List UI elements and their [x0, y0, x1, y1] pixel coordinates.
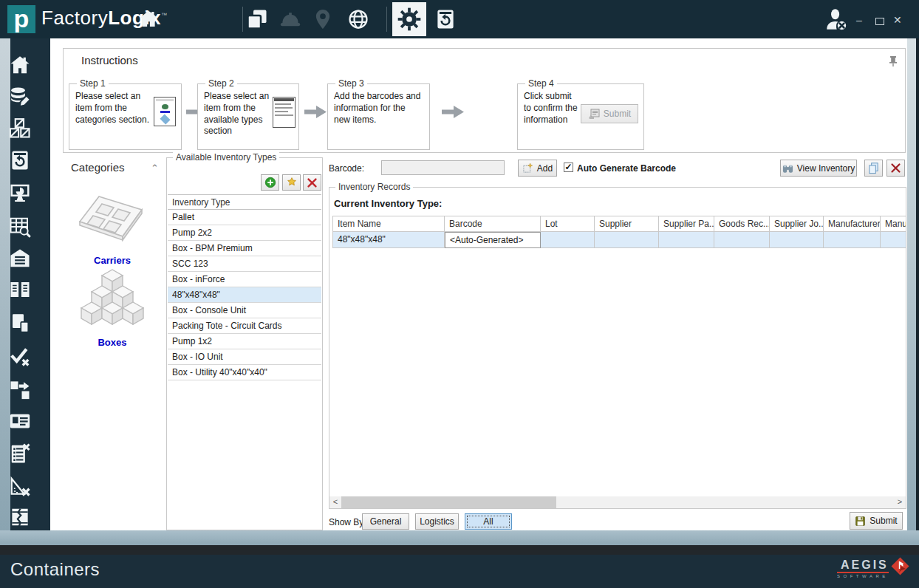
- inventory-records-table: Item Name Barcode Lot Supplier Supplier …: [332, 216, 906, 248]
- sidebar-damaged-box-icon[interactable]: [9, 506, 31, 528]
- available-types-groupbox: Available Inventory Types Inventory Type…: [166, 157, 323, 530]
- delete-type-button[interactable]: [303, 174, 321, 191]
- red-x-icon: [306, 177, 318, 189]
- sidebar-measure-remove-icon[interactable]: [9, 475, 31, 497]
- column-header[interactable]: Manufac: [881, 216, 906, 232]
- column-header[interactable]: Goods Rec...: [714, 216, 770, 232]
- step3-label: Step 3: [335, 78, 367, 89]
- auto-generate-checkbox[interactable]: ✓: [564, 163, 573, 172]
- current-inventory-type-label: Current Inventory Type:: [334, 198, 442, 209]
- sidebar-table-search-icon[interactable]: [9, 216, 31, 238]
- cell-goods-received[interactable]: [714, 232, 770, 248]
- add-type-button[interactable]: [261, 174, 279, 191]
- sidebar-id-card-icon[interactable]: [9, 410, 31, 432]
- submit-button[interactable]: Submit: [850, 512, 903, 530]
- inventory-type-row[interactable]: Box - inForce: [168, 272, 321, 287]
- column-header[interactable]: Lot: [541, 216, 595, 232]
- cell-item-name[interactable]: 48"x48"x48": [332, 232, 445, 248]
- app-logo: p: [7, 5, 35, 33]
- footer-bar: [0, 555, 919, 588]
- hard-hat-icon[interactable]: [279, 8, 301, 30]
- instructions-title: Instructions: [81, 54, 138, 66]
- minimize-button[interactable]: –: [856, 15, 862, 25]
- cell-manufacturer-part[interactable]: [881, 232, 906, 248]
- cell-supplier-job[interactable]: [770, 232, 824, 248]
- sidebar-database-edit-icon[interactable]: [9, 86, 31, 108]
- show-by-logistics-button[interactable]: Logistics: [415, 513, 459, 530]
- new-item-sparkle-icon: [522, 163, 533, 174]
- category-carriers[interactable]: Carriers: [61, 255, 164, 266]
- sidebar-checklist-remove-icon[interactable]: [9, 442, 31, 465]
- show-by-all-button[interactable]: All: [465, 513, 512, 530]
- inventory-type-row[interactable]: Pallet: [168, 210, 321, 225]
- toolbar-divider: [386, 7, 387, 32]
- step2-label: Step 2: [205, 78, 237, 89]
- column-header[interactable]: Supplier Pa...: [659, 216, 714, 232]
- toolbar-divider: [242, 7, 243, 32]
- copy-records-button[interactable]: [864, 160, 883, 177]
- history-icon[interactable]: [434, 8, 457, 30]
- pin-icon[interactable]: [889, 56, 898, 66]
- carriers-icon[interactable]: [77, 191, 148, 253]
- inventory-type-row[interactable]: SCC 123: [168, 256, 321, 272]
- column-header[interactable]: Manufacturer: [824, 216, 881, 232]
- add-button[interactable]: Add: [518, 160, 557, 177]
- types-column-header[interactable]: Inventory Type: [168, 194, 321, 210]
- column-header[interactable]: Item Name: [332, 216, 445, 232]
- boxes-icon[interactable]: [74, 268, 151, 336]
- window-frame-bottom: [0, 530, 919, 545]
- sidebar-verify-check-icon[interactable]: [9, 345, 31, 367]
- scroll-right-icon[interactable]: >: [894, 496, 906, 508]
- sidebar-history-book-icon[interactable]: [9, 149, 31, 171]
- delete-records-button[interactable]: [886, 160, 905, 177]
- view-inventory-button[interactable]: View Inventory: [780, 160, 857, 177]
- cell-supplier-part[interactable]: [659, 232, 714, 248]
- horizontal-scrollbar[interactable]: < >: [329, 496, 906, 508]
- step-arrow-icon: [442, 106, 464, 118]
- map-pin-icon[interactable]: [312, 8, 334, 30]
- barcode-label: Barcode:: [329, 163, 364, 174]
- sidebar-dashboard-monitor-icon[interactable]: [9, 182, 31, 204]
- sidebar-home-icon[interactable]: [9, 54, 31, 76]
- sidebar-warehouse-icon[interactable]: [9, 247, 31, 270]
- step4-submit-button[interactable]: Submit: [581, 104, 638, 123]
- category-boxes[interactable]: Boxes: [61, 337, 164, 348]
- globe-icon[interactable]: [347, 8, 369, 30]
- sidebar-container-boxes-icon[interactable]: [9, 117, 31, 139]
- home-icon[interactable]: [137, 8, 160, 30]
- pages-icon[interactable]: [246, 8, 268, 30]
- column-header[interactable]: Barcode: [445, 216, 541, 232]
- star-wizard-icon: [285, 176, 298, 189]
- inventory-type-row[interactable]: Box - BPM Premium: [168, 241, 321, 256]
- inventory-type-row[interactable]: Box - Utility 40"x40"x40": [168, 365, 321, 380]
- sidebar-open-book-icon[interactable]: [9, 278, 31, 301]
- cell-manufacturer[interactable]: [824, 232, 881, 248]
- cell-barcode[interactable]: <Auto-Generated>: [445, 232, 541, 248]
- inventory-type-row[interactable]: Box - Console Unit: [168, 303, 321, 318]
- categories-collapse-icon[interactable]: ⌃: [151, 163, 159, 174]
- settings-gear-icon[interactable]: [392, 2, 426, 36]
- sidebar-documents-icon[interactable]: [9, 312, 31, 334]
- step1-thumbnail: [154, 97, 176, 126]
- maximize-button[interactable]: [875, 18, 884, 25]
- inventory-type-row[interactable]: Pump 2x2: [168, 225, 321, 241]
- cell-supplier[interactable]: [595, 232, 659, 248]
- scrollbar-thumb[interactable]: [341, 496, 556, 508]
- wizard-type-button[interactable]: [282, 174, 301, 191]
- table-row[interactable]: 48"x48"x48" <Auto-Generated>: [332, 232, 906, 248]
- cell-lot[interactable]: [541, 232, 595, 248]
- column-header[interactable]: Supplier: [595, 216, 659, 232]
- barcode-input[interactable]: [381, 160, 505, 175]
- user-signout-icon[interactable]: [824, 7, 849, 33]
- inventory-type-row[interactable]: Pump 1x2: [168, 334, 321, 349]
- step4-text: Click submit to confirm the information: [524, 91, 578, 126]
- inventory-type-row[interactable]: Box - IO Unit: [168, 349, 321, 365]
- binoculars-icon: [782, 163, 793, 174]
- inventory-type-row[interactable]: Packing Tote - Circuit Cards: [168, 318, 321, 334]
- close-button[interactable]: ✕: [893, 15, 902, 25]
- scroll-left-icon[interactable]: <: [329, 496, 341, 508]
- show-by-general-button[interactable]: General: [362, 513, 409, 530]
- column-header[interactable]: Supplier Jo...: [770, 216, 824, 232]
- sidebar-transfer-box-icon[interactable]: [9, 378, 31, 400]
- inventory-type-row-selected[interactable]: 48"x48"x48": [168, 287, 321, 303]
